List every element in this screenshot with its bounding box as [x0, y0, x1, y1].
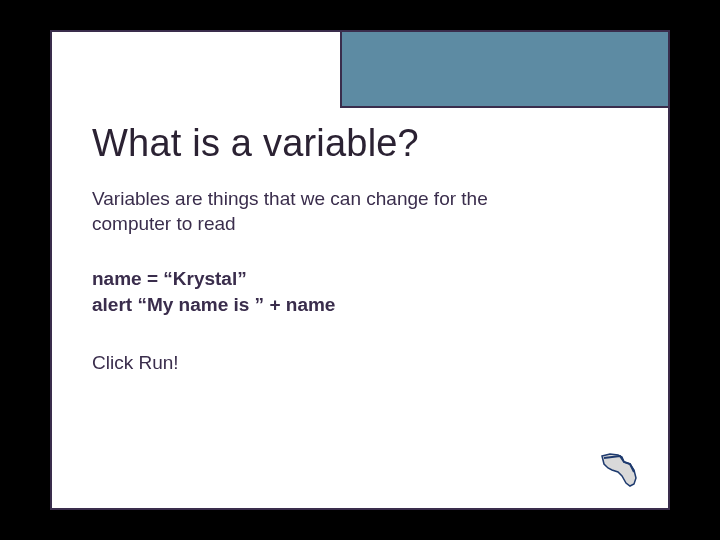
cta-text: Click Run!	[92, 352, 628, 374]
slide-stage: What is a variable? Variables are things…	[0, 0, 720, 540]
slide-title: What is a variable?	[92, 122, 628, 165]
code-line-2: alert “My name is ” + name	[92, 292, 628, 318]
code-block: name = “Krystal” alert “My name is ” + n…	[92, 266, 628, 317]
accent-bar	[340, 30, 670, 108]
code-line-1: name = “Krystal”	[92, 266, 628, 292]
slide-card: What is a variable? Variables are things…	[50, 30, 670, 510]
slide-description: Variables are things that we can change …	[92, 187, 572, 236]
slide-content: What is a variable? Variables are things…	[92, 122, 628, 374]
florida-icon	[600, 450, 646, 490]
